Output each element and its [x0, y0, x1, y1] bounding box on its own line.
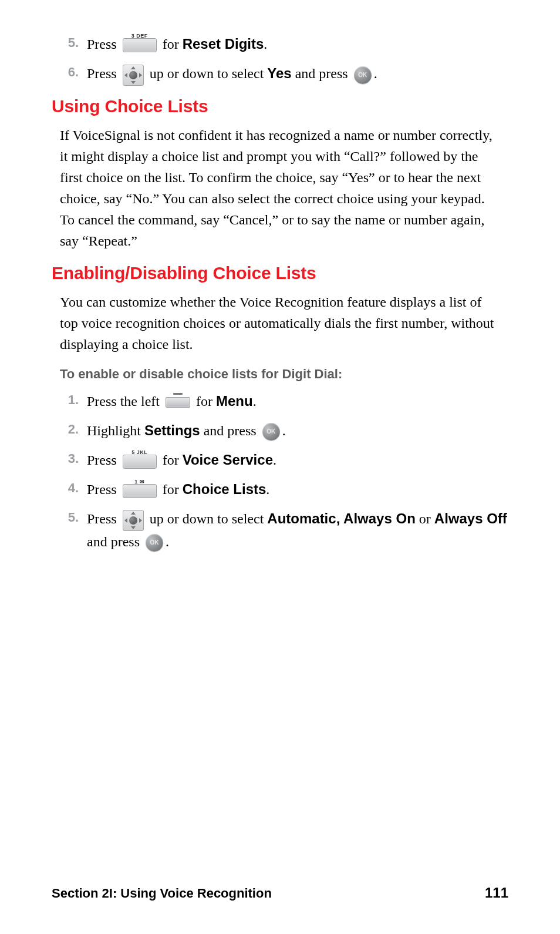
- step-item: 2.Highlight Settings and press .: [80, 419, 508, 442]
- key1-button-icon: 1 ✉: [123, 484, 157, 498]
- document-page: 5.Press 3 DEF for Reset Digits.6.Press u…: [0, 0, 560, 934]
- step-text-bold: Menu: [216, 393, 253, 409]
- step-text: .: [266, 482, 269, 497]
- left-softkey-icon: [166, 397, 190, 408]
- step-item: 6.Press up or down to select Yes and pre…: [80, 62, 508, 85]
- page-footer: Section 2I: Using Voice Recognition 111: [52, 885, 508, 901]
- step-number: 4.: [59, 478, 79, 498]
- step-item: 4.Press 1 ✉ for Choice Lists.: [80, 478, 508, 500]
- footer-page-number: 111: [485, 885, 508, 901]
- step-text-bold: Yes: [267, 65, 291, 81]
- step-number: 3.: [59, 449, 79, 469]
- step-item: 1.Press the left for Menu.: [80, 390, 508, 412]
- para-enabling-disabling: You can customize whether the Voice Reco…: [60, 291, 508, 355]
- step-text: .: [264, 36, 267, 52]
- step-text: .: [253, 394, 257, 409]
- step-text: Highlight: [87, 423, 144, 438]
- ok-button-icon: [354, 66, 372, 84]
- step-text-bold: Voice Service: [183, 452, 273, 468]
- step-text: for: [159, 36, 183, 52]
- step-text: up or down to select: [146, 511, 268, 526]
- step-item: 5.Press up or down to select Automatic, …: [80, 508, 508, 553]
- step-text: Press: [87, 36, 120, 52]
- heading-using-choice-lists: Using Choice Lists: [52, 96, 508, 116]
- nav-key-icon: [123, 65, 144, 86]
- footer-section-label: Section 2I: Using Voice Recognition: [52, 886, 272, 901]
- step-text: .: [273, 452, 276, 468]
- enable-disable-step-list: 1.Press the left for Menu.2.Highlight Se…: [52, 390, 508, 553]
- key5-button-icon: 5 JKL: [123, 455, 157, 469]
- step-text: up or down to select: [146, 66, 268, 81]
- key3-button-icon: 3 DEF: [123, 38, 157, 52]
- nav-key-icon: [123, 510, 144, 531]
- heading-enabling-disabling: Enabling/Disabling Choice Lists: [52, 263, 508, 283]
- ok-button-icon: [262, 423, 280, 441]
- step-text: and press: [200, 423, 260, 438]
- step-text: .: [374, 66, 377, 81]
- step-item: 3.Press 5 JKL for Voice Service.: [80, 449, 508, 471]
- step-text-bold: Settings: [144, 422, 200, 438]
- step-number: 6.: [59, 62, 79, 82]
- step-text: Press: [87, 511, 120, 526]
- step-text: Press: [87, 66, 120, 81]
- sub-instruction-digit-dial: To enable or disable choice lists for Di…: [60, 367, 508, 382]
- step-text: .: [282, 423, 286, 438]
- step-item: 5.Press 3 DEF for Reset Digits.: [80, 33, 508, 55]
- step-text-bold: Reset Digits: [183, 36, 264, 52]
- step-number: 2.: [59, 419, 79, 439]
- step-text: and press: [292, 66, 352, 81]
- step-text: for: [159, 482, 183, 497]
- ok-button-icon: [146, 534, 163, 552]
- step-text: .: [166, 534, 169, 549]
- step-text: Press: [87, 482, 120, 497]
- step-text: and press: [87, 534, 143, 549]
- step-text: or: [416, 511, 434, 526]
- step-text: for: [159, 452, 183, 468]
- step-text: for: [193, 394, 216, 409]
- step-text-bold: Automatic, Always On: [267, 510, 416, 526]
- step-text: Press: [87, 452, 120, 468]
- step-number: 5.: [59, 508, 79, 528]
- para-using-choice-lists: If VoiceSignal is not confident it has r…: [60, 125, 508, 251]
- step-text-bold: Always Off: [434, 510, 507, 526]
- step-text: Press the left: [87, 394, 163, 409]
- step-number: 1.: [59, 390, 79, 410]
- continued-step-list: 5.Press 3 DEF for Reset Digits.6.Press u…: [52, 33, 508, 86]
- step-number: 5.: [59, 33, 79, 53]
- step-text-bold: Choice Lists: [183, 481, 266, 497]
